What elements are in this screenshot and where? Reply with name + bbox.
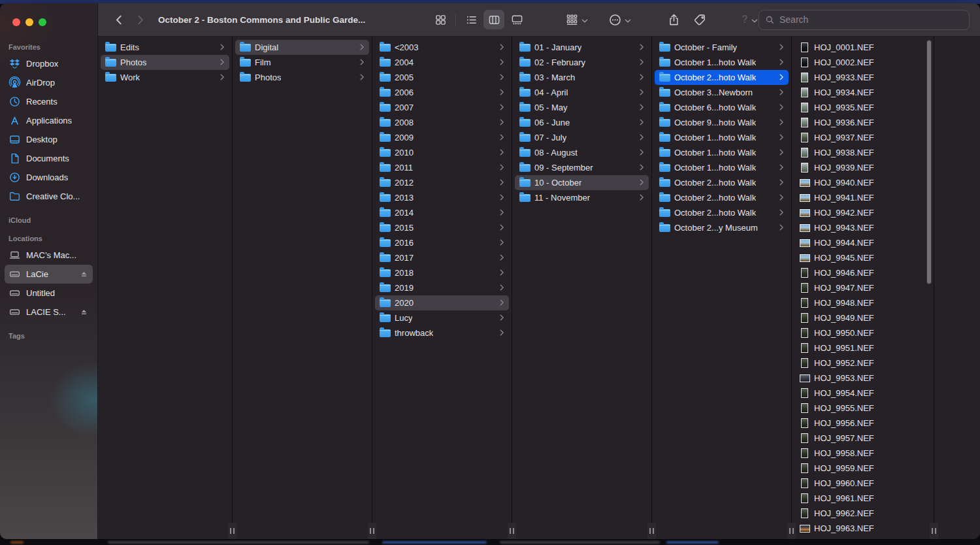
file-row[interactable]: HOJ_9934.NEF (794, 85, 923, 100)
search-input[interactable] (779, 14, 963, 25)
sidebar-item-untitled[interactable]: Untitled (5, 284, 93, 303)
folder-row[interactable]: 06 - June (515, 115, 649, 130)
folder-row[interactable]: 2015 (375, 220, 509, 235)
file-row[interactable]: HOJ_9948.NEF (794, 295, 923, 310)
folder-row[interactable]: 01 - January (515, 40, 649, 55)
file-row[interactable]: HOJ_9955.NEF (794, 401, 923, 416)
file-row[interactable]: HOJ_9954.NEF (794, 386, 923, 401)
file-row[interactable]: HOJ_9944.NEF (794, 235, 923, 250)
file-row[interactable]: HOJ_9942.NEF (794, 205, 923, 220)
sidebar-item-lacie-s[interactable]: LACIE S... (5, 303, 93, 322)
minimize-button[interactable] (25, 18, 33, 26)
sidebar-item-recents[interactable]: Recents (5, 92, 93, 111)
search-field[interactable] (759, 10, 970, 30)
folder-row[interactable]: October 9...hoto Walk (655, 115, 789, 130)
folder-row[interactable]: 2004 (375, 55, 509, 70)
file-row[interactable]: HOJ_9960.NEF (794, 476, 923, 491)
folder-row[interactable]: Photos (235, 70, 369, 85)
folder-row[interactable]: 03 - March (515, 70, 649, 85)
file-row[interactable]: HOJ_0001.NEF (794, 40, 923, 55)
file-row[interactable]: HOJ_9950.NEF (794, 325, 923, 340)
folder-row[interactable]: October - Family (655, 40, 789, 55)
folder-row[interactable]: 2012 (375, 175, 509, 190)
file-row[interactable]: HOJ_9957.NEF (794, 431, 923, 446)
folder-row[interactable]: Photos (101, 55, 229, 70)
file-row[interactable]: HOJ_9964.NEF (794, 536, 923, 539)
column-resize-handle[interactable] (508, 523, 516, 539)
file-row[interactable]: HOJ_9963.NEF (794, 521, 923, 536)
file-row[interactable]: HOJ_0002.NEF (794, 55, 923, 70)
file-row[interactable]: HOJ_9947.NEF (794, 280, 923, 295)
sidebar-item-airdrop[interactable]: AirDrop (5, 73, 93, 92)
folder-row[interactable]: 2017 (375, 250, 509, 265)
file-row[interactable]: HOJ_9953.NEF (794, 371, 923, 386)
sidebar-item-dropbox[interactable]: Dropbox (5, 54, 93, 73)
folder-row[interactable]: 05 - May (515, 100, 649, 115)
folder-row[interactable]: Lucy (375, 310, 509, 325)
file-row[interactable]: HOJ_9936.NEF (794, 115, 923, 130)
file-row[interactable]: HOJ_9933.NEF (794, 70, 923, 85)
column-resize-handle[interactable] (930, 523, 938, 539)
gallery-view-button[interactable] (506, 10, 527, 29)
tags-button[interactable] (689, 10, 710, 29)
folder-row[interactable]: Film (235, 55, 369, 70)
file-row[interactable]: HOJ_9938.NEF (794, 145, 923, 160)
column-view-button[interactable] (483, 10, 504, 29)
folder-row[interactable]: 2013 (375, 190, 509, 205)
forward-button[interactable] (129, 10, 150, 29)
folder-row[interactable]: October 2...hoto Walk (655, 205, 789, 220)
group-by-button[interactable] (561, 10, 582, 29)
sidebar-item-mac-s-mac[interactable]: MAC’s Mac... (5, 246, 93, 265)
folder-row[interactable]: Work (101, 70, 229, 85)
zoom-button[interactable] (39, 18, 46, 26)
file-row[interactable]: HOJ_9945.NEF (794, 250, 923, 265)
folder-row[interactable]: October 2...hoto Walk (655, 190, 789, 205)
folder-row[interactable]: October 2...y Museum (655, 220, 789, 235)
list-view-button[interactable] (461, 10, 482, 29)
file-row[interactable]: HOJ_9941.NEF (794, 190, 923, 205)
folder-row[interactable]: 2007 (375, 100, 509, 115)
folder-row[interactable]: 2020 (375, 295, 509, 310)
folder-row[interactable]: 2014 (375, 205, 509, 220)
chevron-down-icon[interactable] (581, 16, 589, 24)
file-row[interactable]: HOJ_9943.NEF (794, 220, 923, 235)
sidebar-item-downloads[interactable]: Downloads (5, 168, 93, 187)
folder-row[interactable]: 2019 (375, 280, 509, 295)
file-row[interactable]: HOJ_9959.NEF (794, 461, 923, 476)
sidebar-item-documents[interactable]: Documents (5, 149, 93, 168)
file-row[interactable]: HOJ_9956.NEF (794, 416, 923, 431)
column-resize-handle[interactable] (787, 523, 796, 539)
folder-row[interactable]: October 2...hoto Walk (655, 70, 789, 85)
folder-row[interactable]: 08 - August (515, 145, 649, 160)
file-row[interactable]: HOJ_9937.NEF (794, 130, 923, 145)
sidebar-item-applications[interactable]: Applications (5, 111, 93, 130)
file-row[interactable]: HOJ_9946.NEF (794, 265, 923, 280)
folder-row[interactable]: October 3...Newborn (655, 85, 789, 100)
folder-row[interactable]: 2010 (375, 145, 509, 160)
file-row[interactable]: HOJ_9935.NEF (794, 100, 923, 115)
file-row[interactable]: HOJ_9939.NEF (794, 160, 923, 175)
sidebar-item-desktop[interactable]: Desktop (5, 130, 93, 149)
more-actions-button[interactable] (604, 10, 625, 29)
folder-row[interactable]: 10 - October (515, 175, 649, 190)
file-row[interactable]: HOJ_9940.NEF (794, 175, 923, 190)
folder-row[interactable]: <2003 (375, 40, 509, 55)
chevron-down-icon[interactable] (751, 16, 759, 24)
sidebar-item-creative-clo[interactable]: Creative Clo... (5, 187, 93, 206)
folder-row[interactable]: throwback (375, 325, 509, 340)
back-button[interactable] (108, 10, 129, 29)
scrollbar-thumb[interactable] (926, 40, 932, 284)
column-resize-handle[interactable] (228, 523, 237, 539)
file-row[interactable]: HOJ_9961.NEF (794, 491, 923, 506)
column-resize-handle[interactable] (368, 523, 376, 539)
file-row[interactable]: HOJ_9962.NEF (794, 506, 923, 521)
chevron-down-icon[interactable] (624, 16, 632, 24)
file-row[interactable]: HOJ_9952.NEF (794, 355, 923, 371)
folder-row[interactable]: 2016 (375, 235, 509, 250)
folder-row[interactable]: Edits (101, 40, 229, 55)
folder-row[interactable]: 2005 (375, 70, 509, 85)
folder-row[interactable]: Digital (235, 40, 369, 55)
folder-row[interactable]: 04 - April (515, 85, 649, 100)
folder-row[interactable]: October 1...hoto Walk (655, 55, 789, 70)
folder-row[interactable]: 2011 (375, 160, 509, 175)
